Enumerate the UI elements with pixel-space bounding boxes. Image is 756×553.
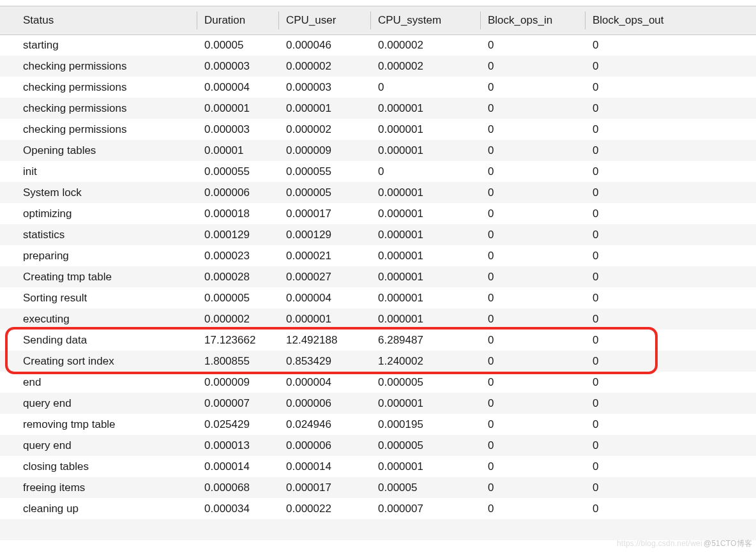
table-header: Status Duration CPU_user CPU_system Bloc… [0, 6, 756, 34]
cell-block_in: 0 [480, 498, 585, 519]
table-row[interactable]: checking permissions0.0000040.000003000 [0, 77, 756, 98]
cell-cpu_user: 0.000002 [278, 56, 370, 77]
table-row[interactable]: closing tables0.0000140.0000140.00000100 [0, 456, 756, 477]
cell-block_out: 0 [585, 351, 756, 372]
cell-status: statistics [0, 224, 197, 245]
cell-duration: 0.000002 [197, 308, 278, 330]
cell-status: checking permissions [0, 56, 197, 77]
table-row[interactable]: statistics0.0001290.0001290.00000100 [0, 224, 756, 245]
cell-status: end [0, 372, 197, 393]
col-block-in[interactable]: Block_ops_in [480, 6, 585, 34]
cell-block_out: 0 [585, 161, 756, 182]
table-row[interactable]: System lock0.0000060.0000050.00000100 [0, 182, 756, 203]
table-row[interactable]: Sorting result0.0000050.0000040.00000100 [0, 287, 756, 308]
cell-cpu_user: 12.492188 [278, 330, 370, 351]
cell-block_out: 0 [585, 477, 756, 498]
cell-block_out: 0 [585, 34, 756, 56]
cell-cpu_system: 0.000002 [370, 34, 480, 56]
cell-status: query end [0, 393, 197, 414]
table-row[interactable]: Creating sort index1.8008550.8534291.240… [0, 351, 756, 372]
cell-cpu_user: 0.000001 [278, 308, 370, 330]
cell-duration: 0.000004 [197, 77, 278, 98]
cell-cpu_user: 0.853429 [278, 351, 370, 372]
cell-block_in: 0 [480, 224, 585, 245]
cell-cpu_system: 0.000001 [370, 98, 480, 119]
table-row[interactable]: checking permissions0.0000010.0000010.00… [0, 98, 756, 119]
cell-cpu_system: 1.240002 [370, 351, 480, 372]
cell-cpu_system: 0 [370, 77, 480, 98]
cell-status: Opening tables [0, 140, 197, 161]
table-row[interactable]: removing tmp table0.0254290.0249460.0001… [0, 414, 756, 435]
cell-cpu_user: 0.000003 [278, 77, 370, 98]
cell-cpu_user: 0.000004 [278, 372, 370, 393]
cell-cpu_system: 0.000001 [370, 224, 480, 245]
cell-block_out: 0 [585, 498, 756, 519]
table-row[interactable]: Sending data17.12366212.4921886.28948700 [0, 330, 756, 351]
table-row[interactable]: Opening tables0.000010.0000090.00000100 [0, 140, 756, 161]
table-row[interactable]: preparing0.0000230.0000210.00000100 [0, 245, 756, 266]
cell-cpu_system: 0.000001 [370, 287, 480, 308]
cell-cpu_user: 0.000001 [278, 98, 370, 119]
cell-block_in: 0 [480, 203, 585, 224]
cell-status: Sorting result [0, 287, 197, 308]
table-row[interactable]: optimizing0.0000180.0000170.00000100 [0, 203, 756, 224]
table-row[interactable]: query end0.0000130.0000060.00000500 [0, 435, 756, 456]
cell-cpu_system: 0.000005 [370, 435, 480, 456]
cell-block_out: 0 [585, 245, 756, 266]
viewport: Status Duration CPU_user CPU_system Bloc… [0, 0, 756, 553]
col-status[interactable]: Status [0, 6, 197, 34]
table-row[interactable]: init0.0000550.000055000 [0, 161, 756, 182]
cell-block_out: 0 [585, 182, 756, 203]
table-row[interactable]: freeing items0.0000680.0000170.0000500 [0, 477, 756, 498]
cell-block_in: 0 [480, 477, 585, 498]
cell-block_in: 0 [480, 34, 585, 56]
table-row[interactable]: Creating tmp table0.0000280.0000270.0000… [0, 266, 756, 287]
col-cpu-user[interactable]: CPU_user [278, 6, 370, 34]
cell-cpu_system: 0.000007 [370, 498, 480, 519]
cell-cpu_user: 0.000046 [278, 34, 370, 56]
cell-cpu_system: 0.000001 [370, 456, 480, 477]
cell-cpu_user: 0.000006 [278, 393, 370, 414]
table-row[interactable]: checking permissions0.0000030.0000020.00… [0, 119, 756, 140]
cell-duration: 0.000055 [197, 161, 278, 182]
cell-status: executing [0, 308, 197, 330]
table-row[interactable]: starting0.000050.0000460.00000200 [0, 34, 756, 56]
cell-duration: 0.000023 [197, 245, 278, 266]
cell-block_in: 0 [480, 245, 585, 266]
cell-cpu_system: 0 [370, 161, 480, 182]
cell-status: closing tables [0, 456, 197, 477]
table-row[interactable]: executing0.0000020.0000010.00000100 [0, 308, 756, 330]
cell-block_in: 0 [480, 98, 585, 119]
cell-block_in: 0 [480, 351, 585, 372]
watermark-faint: https://blog.csdn.net/wei [617, 539, 702, 548]
cell-block_out: 0 [585, 435, 756, 456]
cell-duration: 0.000003 [197, 119, 278, 140]
col-block-out[interactable]: Block_ops_out [585, 6, 756, 34]
cell-block_out: 0 [585, 287, 756, 308]
cell-block_in: 0 [480, 372, 585, 393]
cell-duration: 0.000129 [197, 224, 278, 245]
cell-cpu_user: 0.000027 [278, 266, 370, 287]
table-row[interactable]: checking permissions0.0000030.0000020.00… [0, 56, 756, 77]
cell-duration: 0.000034 [197, 498, 278, 519]
cell-cpu_user: 0.000055 [278, 161, 370, 182]
cell-duration: 0.000014 [197, 456, 278, 477]
cell-block_in: 0 [480, 393, 585, 414]
cell-block_out: 0 [585, 56, 756, 77]
col-duration[interactable]: Duration [197, 6, 278, 34]
cell-block_out: 0 [585, 372, 756, 393]
cell-cpu_user: 0.000022 [278, 498, 370, 519]
cell-cpu_user: 0.024946 [278, 414, 370, 435]
cell-block_out: 0 [585, 224, 756, 245]
table-row[interactable]: cleaning up0.0000340.0000220.00000700 [0, 498, 756, 519]
col-cpu-system[interactable]: CPU_system [370, 6, 480, 34]
cell-block_out: 0 [585, 203, 756, 224]
profile-table: Status Duration CPU_user CPU_system Bloc… [0, 6, 756, 540]
table-row[interactable]: end0.0000090.0000040.00000500 [0, 372, 756, 393]
cell-block_in: 0 [480, 456, 585, 477]
table-row[interactable]: query end0.0000070.0000060.00000100 [0, 393, 756, 414]
cell-duration: 0.00005 [197, 34, 278, 56]
cell-block_in: 0 [480, 414, 585, 435]
cell-status: starting [0, 34, 197, 56]
cell-cpu_system: 0.000001 [370, 203, 480, 224]
